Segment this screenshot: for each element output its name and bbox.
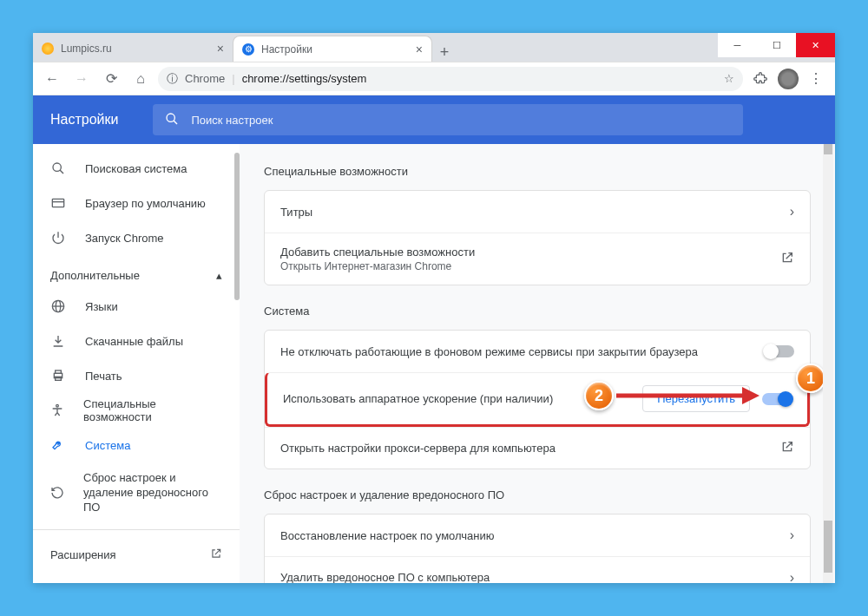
sidebar-item-about[interactable]: О браузере Chrome (33, 574, 240, 583)
row-add-a11y[interactable]: Добавить специальные возможности Открыть… (265, 233, 810, 285)
divider (33, 529, 240, 530)
favicon-settings: ⚙ (242, 43, 254, 56)
card-system: Не отключать работающие в фоновом режиме… (264, 330, 811, 469)
sidebar-item-label: Специальные возможности (83, 397, 212, 423)
browser-icon (50, 197, 66, 209)
home-button[interactable]: ⌂ (128, 67, 153, 91)
main-scrollbar-track[interactable] (823, 144, 833, 583)
svg-line-1 (174, 121, 177, 124)
sidebar-item-accessibility[interactable]: Специальные возможности (33, 393, 229, 428)
favicon-lumpics (42, 43, 54, 55)
tab-settings[interactable]: ⚙ Настройки × (233, 36, 432, 62)
reload-button[interactable]: ⟳ (99, 67, 123, 91)
main-panel: Специальные возможности Титры › Добавить… (240, 144, 835, 583)
sidebar-item-reset[interactable]: Сброс настроек и удаление вредоносного П… (33, 462, 229, 524)
row-label: Не отключать работающие в фоновом режиме… (280, 345, 765, 358)
row-proxy[interactable]: Открыть настройки прокси-сервера для ком… (265, 427, 810, 469)
annotation-arrow (612, 383, 760, 409)
window-controls: ─ ☐ ✕ (718, 33, 835, 62)
sidebar-item-label: Языки (85, 300, 118, 313)
svg-rect-12 (56, 377, 62, 380)
svg-point-13 (56, 404, 59, 407)
browser-window: Lumpics.ru × ⚙ Настройки × + ─ ☐ ✕ ← → ⟳… (33, 33, 835, 583)
close-icon[interactable]: × (217, 42, 224, 56)
search-input[interactable]: Поиск настроек (153, 104, 743, 135)
sidebar-item-label: Печать (85, 370, 122, 383)
row-restore-defaults[interactable]: Восстановление настроек по умолчанию › (265, 514, 810, 556)
svg-marker-15 (742, 387, 760, 404)
info-icon: ⓘ (167, 71, 178, 87)
row-label: Восстановление настроек по умолчанию (280, 529, 790, 542)
callout-2: 2 (584, 381, 614, 410)
sidebar-item-label: Поисковая система (85, 162, 187, 175)
chevron-up-icon: ▴ (216, 269, 222, 282)
sidebar-item-startup[interactable]: Запуск Chrome (33, 220, 229, 255)
row-label: Удалить вредоносное ПО с компьютера (280, 571, 790, 583)
section-title-reset: Сброс настроек и удаление вредоносного П… (264, 488, 811, 501)
search-icon (50, 161, 66, 175)
settings-body: Поисковая система Браузер по умолчанию З… (33, 144, 835, 583)
external-link-icon (210, 547, 222, 562)
row-text: Добавить специальные возможности Открыть… (280, 246, 780, 272)
row-remove-malware[interactable]: Удалить вредоносное ПО с компьютера › (265, 556, 810, 583)
sidebar-item-languages[interactable]: Языки (33, 289, 229, 324)
card-accessibility: Титры › Добавить специальные возможности… (264, 190, 811, 285)
tab-label: Lumpics.ru (61, 43, 112, 55)
chevron-right-icon: › (790, 204, 794, 220)
row-captions[interactable]: Титры › (265, 191, 810, 233)
accessibility-icon (50, 403, 64, 417)
callout-1: 1 (796, 364, 825, 393)
svg-line-3 (60, 170, 63, 174)
main-scrollbar-thumb[interactable] (824, 144, 832, 154)
url-prefix: Chrome (185, 72, 225, 85)
card-reset: Восстановление настроек по умолчанию › У… (264, 514, 811, 583)
sidebar-item-search-engine[interactable]: Поисковая система (33, 151, 229, 186)
close-window-button[interactable]: ✕ (796, 33, 835, 57)
reset-icon (50, 486, 64, 500)
close-icon[interactable]: × (416, 43, 423, 56)
row-label: Открыть настройки прокси-сервера для ком… (280, 442, 780, 455)
toolbar: ← → ⟳ ⌂ ⓘ Chrome | chrome://settings/sys… (33, 62, 835, 95)
sidebar-section-advanced[interactable]: Дополнительные ▴ (33, 255, 240, 289)
minimize-button[interactable]: ─ (718, 33, 757, 57)
sidebar-item-label: Сброс настроек и удаление вредоносного П… (83, 471, 212, 515)
new-tab-button[interactable]: + (432, 43, 457, 62)
maximize-button[interactable]: ☐ (757, 33, 796, 57)
sidebar-item-default-browser[interactable]: Браузер по умолчанию (33, 186, 229, 220)
back-button[interactable]: ← (40, 67, 64, 91)
toggle-background-apps[interactable] (765, 345, 794, 357)
row-label: Добавить специальные возможности (280, 246, 780, 259)
section-title-system: Система (264, 305, 811, 318)
external-link-icon (780, 251, 794, 267)
main-scrollbar-thumb[interactable] (824, 521, 832, 573)
chevron-right-icon: › (790, 570, 794, 584)
sidebar-item-label: Скачанные файлы (85, 335, 183, 348)
download-icon (50, 334, 66, 348)
sidebar-item-label: Расширения (50, 548, 116, 561)
chevron-right-icon: › (790, 528, 794, 543)
profile-avatar[interactable] (778, 69, 799, 89)
search-icon (165, 112, 179, 128)
row-background-apps[interactable]: Не отключать работающие в фоновом режиме… (265, 331, 810, 372)
sidebar-item-system[interactable]: Система (33, 428, 229, 462)
globe-icon (50, 299, 66, 313)
row-sublabel: Открыть Интернет-магазин Chrome (280, 260, 780, 272)
svg-rect-11 (56, 370, 62, 373)
tab-lumpics[interactable]: Lumpics.ru × (33, 36, 233, 62)
content-area: Настройки Поиск настроек Поисковая систе… (33, 95, 835, 583)
sidebar-section-label: Дополнительные (50, 269, 140, 282)
sidebar-item-downloads[interactable]: Скачанные файлы (33, 324, 229, 358)
sidebar-item-label: Запуск Chrome (85, 232, 164, 245)
sidebar-item-print[interactable]: Печать (33, 358, 229, 393)
print-icon (50, 369, 66, 383)
tabstrip: Lumpics.ru × ⚙ Настройки × + (33, 33, 718, 62)
bookmark-icon[interactable]: ☆ (724, 72, 734, 85)
svg-point-2 (53, 163, 61, 171)
sidebar-item-extensions[interactable]: Расширения (33, 535, 240, 574)
titlebar: Lumpics.ru × ⚙ Настройки × + ─ ☐ ✕ (33, 33, 835, 62)
address-bar[interactable]: ⓘ Chrome | chrome://settings/system ☆ (158, 67, 743, 91)
forward-button[interactable]: → (69, 67, 94, 91)
toggle-hardware-accel[interactable] (762, 393, 792, 405)
extensions-icon[interactable] (748, 67, 773, 91)
menu-button[interactable]: ⋮ (804, 67, 828, 91)
